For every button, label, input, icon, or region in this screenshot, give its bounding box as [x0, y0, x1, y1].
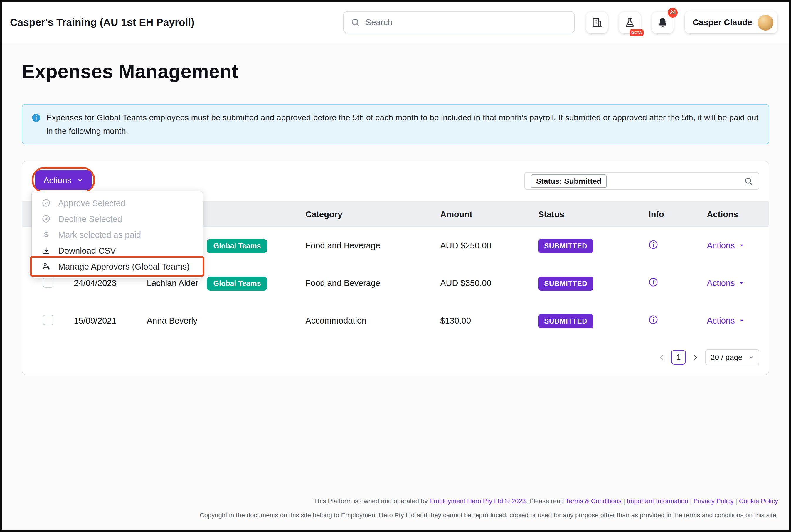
next-page-icon[interactable]	[692, 354, 699, 361]
page-size-select[interactable]: 20 / page	[705, 350, 759, 365]
row-actions-dropdown[interactable]: Actions	[707, 279, 745, 288]
status-badge: SUBMITTED	[538, 315, 593, 328]
table-row: 15/09/2021 Anna Beverly Accommodation $1…	[22, 302, 769, 340]
status-filter-input[interactable]: Status: Submitted	[524, 172, 759, 190]
page-body: Expenses Management Expenses for Global …	[2, 60, 789, 376]
menu-item-label: Manage Approvers (Global Teams)	[58, 262, 190, 271]
app-title: Casper's Training (AU 1st EH Payroll)	[10, 16, 194, 28]
separator: |	[688, 497, 694, 504]
footer-line1: This Platform is owned and operated by E…	[2, 497, 778, 505]
team-badge: Global Teams	[207, 277, 267, 291]
footer-link[interactable]: Important Information	[627, 497, 688, 504]
download-icon	[42, 246, 51, 255]
building-icon	[591, 17, 603, 28]
site-footer: This Platform is owned and operated by E…	[2, 497, 778, 520]
menu-item: Mark selected as paid	[32, 227, 203, 243]
cell-amount: $130.00	[440, 316, 538, 326]
status-filter-chip[interactable]: Status: Submitted	[531, 174, 607, 188]
current-page-button[interactable]: 1	[671, 350, 686, 365]
filter-search-icon	[744, 177, 753, 186]
separator: |	[734, 497, 739, 504]
caret-down-icon	[739, 280, 745, 286]
status-badge: SUBMITTED	[538, 277, 593, 291]
notification-count-badge: 24	[668, 7, 678, 17]
user-name: Casper Claude	[693, 18, 752, 27]
cell-employee: Anna Beverly	[147, 316, 207, 326]
footer-text: . Please read	[526, 497, 565, 504]
info-icon[interactable]	[648, 240, 659, 250]
status-badge: SUBMITTED	[538, 239, 593, 253]
x-circle-icon	[42, 215, 51, 224]
menu-item-label: Approve Selected	[58, 198, 125, 208]
prev-page-icon[interactable]	[658, 354, 665, 361]
cell-date: 24/04/2023	[74, 279, 147, 288]
info-filled-icon	[32, 113, 40, 122]
cell-amount: AUD $250.00	[440, 241, 538, 250]
bell-icon	[657, 17, 668, 28]
header-status: Status	[538, 210, 648, 219]
info-icon[interactable]	[648, 278, 659, 287]
menu-item: Decline Selected	[32, 211, 203, 227]
info-banner: Expenses for Global Teams employees must…	[22, 104, 769, 145]
menu-item[interactable]: Download CSV	[32, 243, 203, 259]
chevron-down-icon	[749, 355, 754, 360]
header-category: Category	[305, 210, 440, 219]
page-title: Expenses Management	[22, 60, 769, 83]
search-input[interactable]	[365, 18, 568, 27]
menu-item-label: Mark selected as paid	[58, 230, 141, 240]
notifications-button[interactable]: 24	[652, 12, 674, 33]
footer-links: Terms & Conditions | Important Informati…	[565, 497, 778, 504]
top-navbar: Casper's Training (AU 1st EH Payroll) BE…	[2, 2, 789, 43]
row-checkbox[interactable]	[43, 315, 53, 325]
row-actions-dropdown[interactable]: Actions	[707, 316, 745, 326]
search-icon	[351, 18, 360, 27]
footer-owner-link[interactable]: Employment Hero Pty Ltd © 2023	[430, 497, 526, 504]
chevron-down-icon	[77, 177, 83, 184]
actions-dropdown-button[interactable]: Actions	[35, 171, 91, 190]
header-info: Info	[648, 210, 707, 219]
row-checkbox[interactable]	[43, 277, 53, 288]
separator: |	[622, 497, 627, 504]
annotation-actions-highlight: Actions	[32, 167, 95, 193]
row-actions-label: Actions	[707, 241, 735, 250]
caret-down-icon	[739, 243, 745, 249]
cell-employee: Lachlan Alder	[147, 279, 207, 288]
footer-link[interactable]: Privacy Policy	[694, 497, 734, 504]
global-search	[343, 11, 575, 34]
row-actions-dropdown[interactable]: Actions	[707, 241, 745, 250]
footer-text: This Platform is owned and operated by	[314, 497, 430, 504]
cell-category: Food and Beverage	[305, 241, 440, 250]
header-actions: Actions	[707, 210, 769, 219]
dollar-icon	[42, 230, 51, 239]
menu-item-label: Download CSV	[58, 246, 116, 255]
cell-date: 15/09/2021	[74, 316, 147, 326]
row-actions-label: Actions	[707, 279, 735, 288]
row-actions-label: Actions	[707, 316, 735, 326]
user-menu-button[interactable]: Casper Claude	[685, 11, 777, 34]
header-amount: Amount	[440, 210, 538, 219]
beta-features-button[interactable]: BETA	[619, 12, 641, 33]
info-icon[interactable]	[648, 315, 659, 325]
flask-icon	[624, 17, 636, 28]
actions-button-label: Actions	[43, 175, 71, 185]
info-banner-text: Expenses for Global Teams employees must…	[46, 111, 759, 138]
person-key-icon	[42, 262, 51, 271]
check-circle-icon	[42, 199, 51, 208]
page-size-value: 20 / page	[711, 353, 742, 362]
cell-category: Accommodation	[305, 316, 440, 326]
menu-item-label: Decline Selected	[58, 214, 122, 224]
expenses-card: Actions Status: Submitted	[22, 161, 769, 376]
organisation-button[interactable]	[586, 12, 608, 33]
pagination: 1 20 / page	[658, 350, 759, 365]
menu-item: Approve Selected	[32, 195, 203, 211]
cell-amount: AUD $350.00	[440, 279, 538, 288]
team-badge: Global Teams	[207, 239, 267, 253]
footer-link[interactable]: Terms & Conditions	[565, 497, 622, 504]
caret-down-icon	[739, 318, 745, 324]
beta-badge: BETA	[629, 29, 644, 36]
footer-link[interactable]: Cookie Policy	[739, 497, 778, 504]
footer-line2: Copyright in the documents on this site …	[2, 512, 778, 520]
menu-item[interactable]: Manage Approvers (Global Teams)	[32, 259, 203, 274]
avatar	[757, 14, 773, 30]
cell-category: Food and Beverage	[305, 279, 440, 288]
